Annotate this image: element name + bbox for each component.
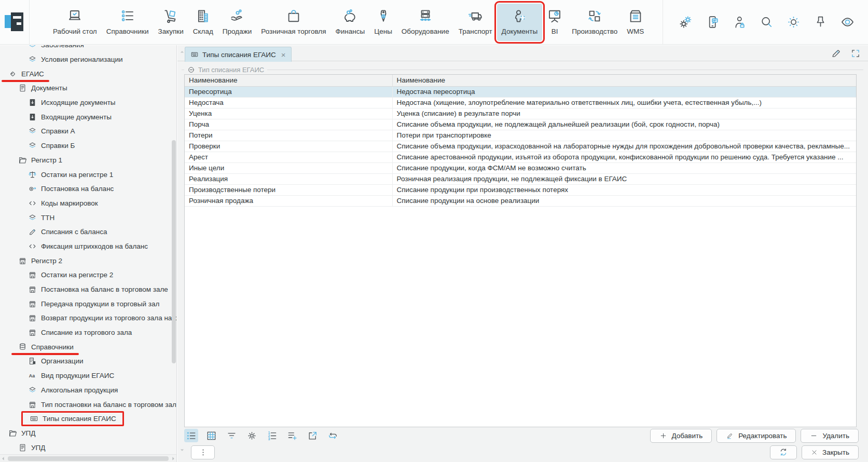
tree-item-3[interactable]: ЕГАИС [0, 66, 172, 81]
desktop-icon [67, 8, 82, 24]
table-row-9[interactable]: РеализацияРозничная реализация продукции… [185, 173, 856, 184]
tree-item-4[interactable]: Документы [0, 81, 172, 96]
table-row-7[interactable]: АрестСписание арестованной продукции, из… [185, 152, 856, 162]
tree-item-18[interactable]: Постановка на баланс в торговом зале [0, 282, 172, 297]
nav-item-8[interactable]: Цены [369, 4, 397, 41]
tree-item-27[interactable]: Типы списания ЕГАИС [0, 412, 172, 426]
sidebar-horizontal-scrollbar[interactable] [0, 454, 176, 462]
close-button[interactable]: Закрыть [802, 445, 859, 459]
tree-item-7[interactable]: Справки А [0, 124, 172, 139]
search-button[interactable] [760, 15, 774, 29]
nav-item-13[interactable]: Производство [567, 4, 622, 41]
tree-item-19[interactable]: Передача продукции в торговый зал [0, 296, 172, 311]
finance-icon [342, 8, 358, 24]
collapse-panel-icon[interactable] [187, 66, 195, 74]
nav-item-1[interactable]: Рабочий стол [48, 4, 102, 41]
messages-button[interactable] [706, 15, 720, 29]
store-icon [28, 300, 37, 308]
settings-button[interactable] [679, 15, 693, 29]
table-row-5[interactable]: ПотериПотери при транспортировке [185, 130, 856, 141]
tree-item-6[interactable]: Входящие документы [0, 110, 172, 124]
scrollbar-thumb[interactable] [8, 456, 169, 461]
tree-item-23[interactable]: Организации [0, 354, 172, 369]
tree-item-28[interactable]: УПД [0, 426, 172, 441]
tree-item-8[interactable]: Справки Б [0, 139, 172, 153]
tree-item-24[interactable]: АаВид продукции ЕГАИС [0, 369, 172, 383]
table-row-4[interactable]: ПорчаСписание объема продукции, не подле… [185, 119, 856, 130]
table-cell: Списание арестованной продукции, изъятой… [392, 152, 856, 162]
table-row-6[interactable]: ПроверкиСписание объема продукции, израс… [185, 141, 856, 152]
tree-item-16[interactable]: Регистр 2 [0, 253, 172, 268]
column-header[interactable]: Наименование [185, 75, 392, 86]
user-lock-button[interactable] [733, 15, 747, 29]
tree-item-1[interactable]: Заболевания [0, 45, 172, 52]
table-row-10[interactable]: Производственные потериСписание продукци… [185, 184, 856, 195]
tree-item-20[interactable]: Возврат продукции из торгового зала на с… [0, 311, 172, 325]
column-header[interactable]: Наименование [392, 75, 856, 86]
refresh-button[interactable] [770, 445, 797, 459]
tree-item-12[interactable]: Коды маркировок [0, 196, 172, 211]
nav-item-4[interactable]: Склад [188, 4, 218, 41]
nav-item-9[interactable]: Оборудование [397, 4, 454, 41]
visibility-button[interactable] [841, 15, 855, 29]
nav-item-7[interactable]: Финансы [331, 4, 370, 41]
filter-tool-button[interactable] [225, 429, 239, 442]
nav-item-5[interactable]: Продажи [218, 4, 256, 41]
store-icon [28, 314, 37, 322]
tree-item-11[interactable]: Постановка на баланс [0, 182, 172, 196]
more-options-button[interactable] [191, 445, 215, 459]
tree-item-9[interactable]: Регистр 1 [0, 153, 172, 168]
scroll-left-icon[interactable] [0, 455, 7, 462]
tab-close-button[interactable]: × [281, 51, 286, 59]
nav-item-6[interactable]: Розничная торговля [256, 4, 330, 41]
messages-icon [706, 15, 720, 29]
tree-item-14[interactable]: Списания с баланса [0, 225, 172, 239]
export-tool-button[interactable] [306, 429, 320, 442]
edit-pencil-icon[interactable] [831, 48, 842, 59]
tree-item-5[interactable]: Исходящие документы [0, 96, 172, 110]
table-row-11[interactable]: Розничная продажаСписание продукции на о… [185, 195, 856, 206]
pin-icon [814, 15, 828, 29]
tree-item-label: Фиксация штрихкодов на баланс [41, 242, 148, 250]
app-logo[interactable] [4, 11, 25, 33]
fullscreen-icon[interactable] [850, 48, 861, 59]
nav-item-2[interactable]: Справочники [102, 4, 154, 41]
reload-tool-button[interactable] [326, 429, 340, 442]
tree-item-29[interactable]: УПД [0, 440, 172, 455]
table-row-2[interactable]: НедостачаНедостача (хищение, злоупотребл… [185, 97, 856, 108]
tree-item-25[interactable]: Алкогольная продукция [0, 383, 172, 398]
tab-types-spisaniya-egais[interactable]: Типы списания ЕГАИС × [185, 47, 292, 62]
pin-button[interactable] [814, 15, 828, 29]
delete-button[interactable]: Удалить [801, 429, 859, 443]
tree-item-label: УПД [31, 444, 45, 452]
tree-item-26[interactable]: Тип постановки на баланс в торговом зале [0, 397, 172, 412]
tree-item-22[interactable]: Справочники [0, 339, 172, 354]
table-row-3[interactable]: УценкаУценка (списание) в результате пор… [185, 108, 856, 119]
tree-item-10[interactable]: Остатки на регистре 1 [0, 167, 172, 182]
sidebar-vertical-scrollbar[interactable] [172, 140, 176, 363]
tree-item-17[interactable]: Остатки на регистре 2 [0, 268, 172, 282]
table-row-8[interactable]: Иные целиСписание продукции, когда ФСМ/А… [185, 162, 856, 173]
scroll-right-icon[interactable] [170, 455, 176, 462]
tree-item-13[interactable]: ТТН [0, 210, 172, 225]
nav-item-3[interactable]: Закупки [154, 4, 188, 41]
nav-item-10[interactable]: Транспорт [454, 4, 497, 41]
add-list-tool-button[interactable] [285, 429, 299, 442]
nav-item-12[interactable]: BI [542, 4, 567, 41]
keyboard-icon [30, 414, 38, 423]
view-grid-tool-button[interactable] [204, 429, 218, 442]
tree-item-label: Организации [41, 357, 84, 365]
add-button[interactable]: Добавить [650, 429, 712, 443]
tree-item-15[interactable]: Фиксация штрихкодов на баланс [0, 239, 172, 254]
settings-gear-tool-button[interactable] [245, 429, 259, 442]
scales-icon [28, 170, 37, 179]
edit-button[interactable]: Редактировать [717, 429, 796, 443]
tree-item-2[interactable]: Условия регионализации [0, 52, 172, 67]
brightness-button[interactable] [787, 15, 801, 29]
view-list-tool-button[interactable] [184, 429, 198, 442]
numbered-list-tool-button[interactable]: 123 [265, 429, 279, 442]
nav-item-14[interactable]: WMS [622, 4, 649, 41]
table-row-1[interactable]: ПересортицаНедостача пересортица [185, 86, 856, 97]
nav-item-11[interactable]: Документы [497, 4, 543, 41]
tree-item-21[interactable]: Списание из торгового зала [0, 325, 172, 340]
